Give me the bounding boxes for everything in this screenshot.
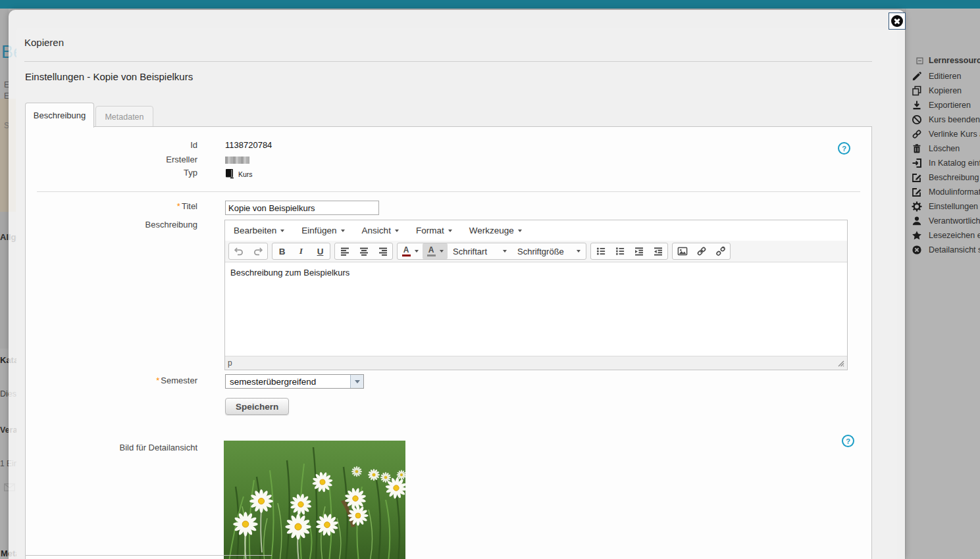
help-glyph: ? [842, 145, 846, 153]
trash-icon [912, 143, 922, 154]
creator-value-redacted [225, 157, 249, 164]
tools-menu-item-exportieren[interactable]: Exportieren [906, 98, 980, 112]
tools-menu-item-lesezeichen[interactable]: Lesezeichen e [906, 228, 980, 243]
save-button[interactable]: Speichern [225, 398, 289, 415]
numbered-list-button[interactable] [610, 243, 629, 259]
tab-beschreibung[interactable]: Beschreibung [25, 103, 94, 128]
tools-menu-item-label: Löschen [929, 144, 960, 153]
tools-menu-item-label: Exportieren [929, 101, 971, 110]
required-marker: * [156, 376, 159, 385]
resize-grip[interactable] [837, 360, 844, 367]
editor-toolbar: B I U A A Schriftart [225, 241, 847, 262]
course-icon [225, 168, 234, 179]
chevron-down-icon [355, 380, 360, 383]
font-size-select[interactable]: Schriftgröße [512, 243, 586, 259]
align-right-button[interactable] [373, 243, 392, 259]
richtext-editor: Bearbeiten Einfügen Ansicht Format Werkz… [224, 220, 848, 370]
redo-button[interactable] [248, 243, 267, 259]
semester-select[interactable]: semesterübergreifend [225, 374, 364, 389]
help-icon[interactable]: ? [842, 435, 854, 447]
minus-square-icon [916, 57, 926, 65]
menu-werkzeuge[interactable]: Werkzeuge [461, 220, 530, 241]
menu-einfuegen[interactable]: Einfügen [293, 220, 353, 241]
help-glyph: ? [846, 437, 850, 445]
editor-content[interactable]: Beschreibung zum Beispielkurs [225, 262, 847, 356]
color-bar [427, 255, 436, 256]
tools-menu-item-loeschen[interactable]: Löschen [906, 141, 980, 156]
undo-button[interactable] [229, 243, 248, 259]
daisy-meadow-photo [224, 441, 405, 559]
ban-icon [912, 114, 922, 125]
x-circle-icon [912, 245, 922, 255]
caret-down-icon [280, 230, 284, 232]
tools-menu-item-detailansicht[interactable]: Detailansicht s [906, 243, 980, 257]
dialog-content: Kopieren Einstellungen - Kopie von Beisp… [16, 28, 897, 559]
creator-label: Ersteller [26, 155, 197, 164]
insert-link-button[interactable] [692, 243, 711, 259]
tools-menu: Lernressource Editieren Kopieren Exporti… [905, 9, 980, 559]
tab-metadaten[interactable]: Metadaten [95, 106, 153, 128]
download-icon [912, 100, 922, 110]
caret-down-icon [448, 230, 452, 232]
indent-button[interactable] [629, 243, 648, 259]
tools-menu-item-label: Kurs beenden [929, 115, 980, 124]
caret-down-icon [440, 250, 444, 253]
bullet-list-button[interactable] [591, 243, 610, 259]
title-input[interactable] [225, 201, 379, 215]
id-value: 1138720784 [225, 140, 272, 150]
select-arrow-button [350, 375, 363, 388]
text-color-button[interactable]: A [398, 243, 423, 259]
align-center-button[interactable] [354, 243, 373, 259]
top-navigation-bar [0, 0, 980, 9]
tab-label: Metadaten [105, 112, 143, 122]
menu-bearbeiten[interactable]: Bearbeiten [225, 220, 293, 241]
page: Be E E S Allge Katal Diese Veran 1 Ein M… [0, 0, 980, 559]
id-label: Id [26, 140, 197, 150]
font-family-select[interactable]: Schriftart [448, 243, 512, 259]
tools-menu-item-kopieren[interactable]: Kopieren [906, 84, 980, 98]
tools-menu-item-in-katalog[interactable]: In Katalog einf [906, 156, 980, 170]
italic-button[interactable]: I [292, 243, 311, 259]
menu-format[interactable]: Format [407, 220, 461, 241]
modal-dialog: Kopieren Einstellungen - Kopie von Beisp… [9, 10, 905, 559]
tools-menu-item-einstellungen[interactable]: Einstellungen [906, 199, 980, 214]
tools-menu-item-verlinke-kurs[interactable]: Verlinke Kurs a [906, 127, 980, 141]
tools-menu-item-editieren[interactable]: Editieren [906, 69, 980, 84]
close-button[interactable] [889, 12, 906, 30]
help-icon[interactable]: ? [838, 142, 850, 155]
underline-button[interactable]: U [311, 243, 330, 259]
tools-menu-item-beschreibung[interactable]: Beschreibung [906, 170, 980, 185]
link-icon [912, 129, 922, 139]
detail-image-label: Bild für Detailansicht [26, 443, 197, 452]
type-value: Kurs [238, 170, 253, 178]
editor-menubar: Bearbeiten Einfügen Ansicht Format Werkz… [225, 220, 847, 241]
tools-menu-item-modulinformation[interactable]: Modulinformat [906, 185, 980, 199]
description-label: Beschreibung [26, 220, 197, 230]
menu-ansicht[interactable]: Ansicht [353, 220, 407, 241]
tools-menu-item-label: In Katalog einf [929, 158, 980, 168]
copy-icon [912, 85, 922, 96]
person-icon [912, 216, 922, 226]
tab-label: Beschreibung [34, 110, 86, 120]
align-left-button[interactable] [335, 243, 354, 259]
lower-section-border [26, 555, 272, 556]
tools-menu-item-label: Editieren [929, 72, 961, 81]
background-color-button[interactable]: A [423, 243, 448, 259]
remove-link-button[interactable] [711, 243, 730, 259]
tools-menu-item-kurs-beenden[interactable]: Kurs beenden [906, 112, 980, 127]
semester-selected-value: semesterübergreifend [230, 377, 316, 387]
pencil-icon [912, 71, 922, 82]
semester-label: *Semester [26, 376, 197, 385]
outdent-button[interactable] [648, 243, 667, 259]
caret-down-icon [577, 250, 580, 253]
caret-down-icon [395, 230, 399, 232]
tools-menu-item-label: Einstellungen [929, 202, 978, 211]
element-path: p [228, 358, 232, 368]
bold-button[interactable]: B [272, 243, 292, 259]
edit-square-icon [912, 187, 922, 197]
tools-menu-item-verantwortliche[interactable]: Verantwortliche [906, 214, 980, 228]
divider [37, 191, 860, 192]
insert-image-button[interactable] [673, 243, 692, 259]
tools-menu-item-label: Modulinformat [929, 187, 980, 197]
tools-menu-header-label: Lernressource [929, 56, 980, 65]
